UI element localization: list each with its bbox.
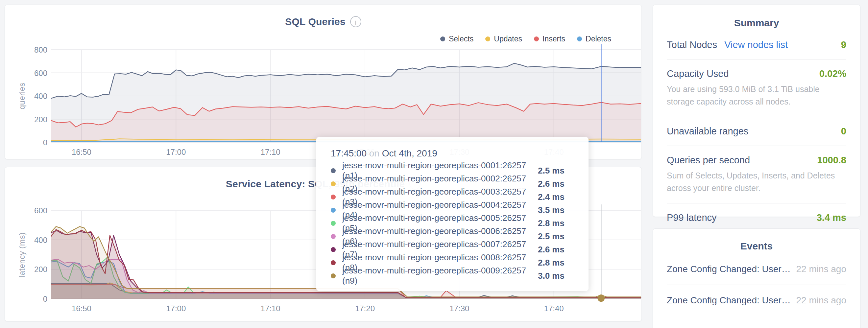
- node-color-dot-icon: [331, 234, 336, 239]
- queries-per-second-label: Queries per second: [667, 155, 750, 166]
- tooltip-node-value: 2.4 ms: [538, 192, 574, 202]
- summary-panel: Summary Total NodesView nodes list9Capac…: [653, 5, 861, 217]
- tooltip-node-value: 2.5 ms: [538, 166, 574, 176]
- events-panel: Events Zone Config Changed: User…22 mins…: [653, 228, 861, 328]
- queries-per-second-value: 1000.8: [817, 155, 846, 166]
- y-tick-label: 400: [17, 92, 48, 101]
- tooltip-node-value: 2.8 ms: [538, 218, 574, 228]
- x-tick-label: 17:40: [531, 304, 577, 313]
- legend-dot-icon: [440, 36, 445, 41]
- x-tick-label: 16:50: [59, 304, 104, 313]
- y-tick-label: 200: [17, 265, 48, 274]
- tooltip-connector: on: [369, 148, 382, 158]
- tooltip-time: 17:45:00: [331, 148, 367, 158]
- summary-row-head: Queries per second1000.8: [667, 155, 846, 166]
- node-color-dot-icon: [331, 247, 336, 252]
- y-tick-label: 600: [17, 206, 48, 215]
- p99-latency-value: 3.4 ms: [817, 212, 846, 223]
- y-tick-label: 0: [17, 138, 48, 147]
- events-panel-title: Events: [667, 240, 846, 252]
- legend-item-selects[interactable]: Selects: [440, 34, 473, 43]
- summary-row-p99-latency: P99 latency3.4 ms: [667, 203, 846, 232]
- summary-row-head: Unavailable ranges0: [667, 126, 846, 137]
- node-color-dot-icon: [331, 260, 336, 265]
- legend-dot-icon: [577, 36, 582, 41]
- legend-dot-icon: [534, 36, 539, 41]
- unavailable-ranges-value: 0: [841, 126, 846, 137]
- total-nodes-value: 9: [841, 39, 846, 50]
- legend-item-label: Selects: [449, 34, 473, 43]
- legend-item-updates[interactable]: Updates: [485, 34, 522, 43]
- summary-row-queries-per-second: Queries per second1000.8Sum of Selects, …: [667, 146, 846, 203]
- tooltip-date: Oct 4th, 2019: [382, 148, 437, 158]
- summary-row-head: P99 latency3.4 ms: [667, 212, 846, 223]
- capacity-used-label: Capacity Used: [667, 68, 729, 79]
- sql-queries-chart-canvas[interactable]: [5, 5, 642, 159]
- node-color-dot-icon: [331, 221, 336, 226]
- summary-row-capacity-used: Capacity Used0.02%You are using 593.0 Mi…: [667, 60, 846, 117]
- queries-per-second-subtext: Sum of Selects, Updates, Inserts, and De…: [667, 170, 846, 194]
- summary-row-head: Total NodesView nodes list9: [667, 39, 846, 50]
- y-tick-label: 200: [17, 115, 48, 124]
- x-tick-label: 17:30: [436, 304, 482, 313]
- node-color-dot-icon: [331, 273, 336, 278]
- x-tick-label: 17:20: [342, 304, 388, 313]
- event-description: Zone Config Changed: User…: [667, 264, 791, 274]
- p99-latency-label: P99 latency: [667, 212, 717, 223]
- legend-item-label: Inserts: [542, 34, 565, 43]
- capacity-used-subtext: You are using 593.0 MiB of 3.1 TiB usabl…: [667, 83, 846, 108]
- x-tick-label: 17:10: [248, 147, 293, 157]
- legend-item-label: Deletes: [586, 34, 611, 43]
- tooltip-node-value: 3.0 ms: [538, 271, 574, 281]
- summary-row-unavailable-ranges: Unavailable ranges0: [667, 117, 846, 146]
- summary-rows: Total NodesView nodes list9Capacity Used…: [667, 31, 846, 232]
- y-tick-label: 400: [17, 236, 48, 245]
- total-nodes-label: Total Nodes: [667, 39, 717, 50]
- legend-item-label: Updates: [494, 34, 522, 43]
- event-row[interactable]: Zone Config Changed: User…22 mins ago: [667, 254, 846, 285]
- legend-item-deletes[interactable]: Deletes: [577, 34, 611, 43]
- x-tick-label: 17:00: [153, 304, 199, 313]
- node-color-dot-icon: [331, 168, 336, 173]
- event-timestamp: 22 mins ago: [796, 326, 846, 328]
- unavailable-ranges-label: Unavailable ranges: [667, 126, 748, 137]
- tooltip-node-rows: jesse-movr-multi-region-georeplicas-0001…: [331, 164, 574, 282]
- tooltip-header: 17:45:00 on Oct 4th, 2019: [331, 148, 574, 159]
- event-description: Zone Config Changed: User…: [667, 326, 791, 328]
- view-nodes-list-link[interactable]: View nodes list: [724, 39, 788, 50]
- tooltip-row: jesse-movr-multi-region-georeplicas-0009…: [331, 269, 574, 282]
- event-row[interactable]: Zone Config Changed: User…22 mins ago: [667, 285, 846, 316]
- event-row[interactable]: Zone Config Changed: User…22 mins ago: [667, 316, 846, 328]
- tooltip-node-value: 2.8 ms: [538, 258, 574, 268]
- events-list: Zone Config Changed: User…22 mins agoZon…: [667, 254, 846, 328]
- info-icon[interactable]: i: [350, 16, 361, 27]
- y-tick-label: 0: [17, 294, 48, 304]
- node-color-dot-icon: [331, 195, 336, 199]
- tooltip-node-value: 2.5 ms: [538, 231, 574, 241]
- sql-queries-chart-card: SQL Queries i SelectsUpdatesInsertsDelet…: [5, 5, 642, 159]
- legend-dot-icon: [485, 36, 490, 41]
- summary-row-total-nodes: Total NodesView nodes list9: [667, 31, 846, 60]
- event-timestamp: 22 mins ago: [796, 264, 846, 274]
- hover-point-marker: [597, 294, 604, 302]
- summary-panel-title: Summary: [667, 18, 846, 29]
- node-color-dot-icon: [331, 182, 336, 186]
- tooltip-node-value: 3.5 ms: [538, 205, 574, 215]
- tooltip-node-value: 2.6 ms: [538, 244, 574, 255]
- capacity-used-value: 0.02%: [819, 68, 846, 79]
- legend-item-inserts[interactable]: Inserts: [534, 34, 565, 43]
- y-tick-label: 600: [17, 69, 48, 78]
- x-tick-label: 17:10: [248, 304, 293, 313]
- node-color-dot-icon: [331, 208, 336, 212]
- summary-row-head: Capacity Used0.02%: [667, 68, 846, 79]
- y-tick-label: 800: [17, 45, 48, 55]
- x-tick-label: 16:50: [59, 147, 104, 157]
- chart-hover-tooltip: 17:45:00 on Oct 4th, 2019 jesse-movr-mul…: [316, 137, 589, 291]
- tooltip-node-value: 2.6 ms: [538, 179, 574, 189]
- event-timestamp: 22 mins ago: [796, 295, 846, 306]
- event-description: Zone Config Changed: User…: [667, 295, 791, 306]
- sql-queries-legend: SelectsUpdatesInsertsDeletes: [440, 34, 611, 43]
- x-tick-label: 17:00: [153, 147, 199, 157]
- tooltip-node-name: jesse-movr-multi-region-georeplicas-0009…: [342, 266, 538, 286]
